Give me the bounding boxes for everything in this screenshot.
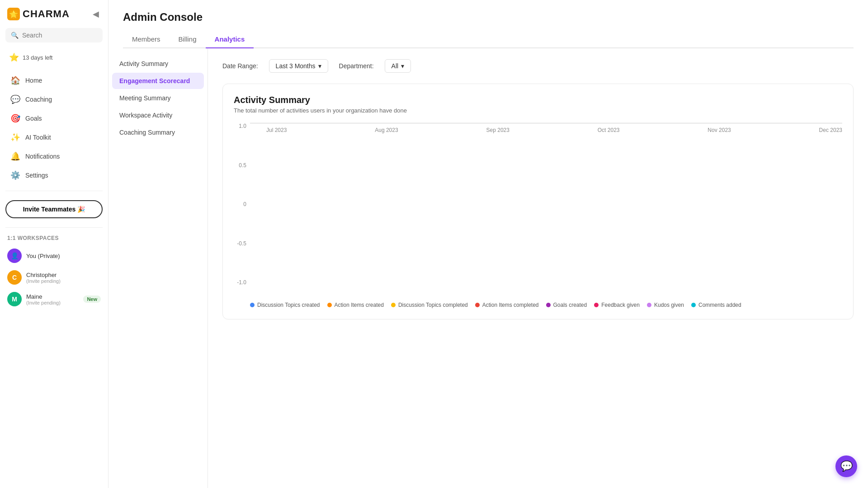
trial-badge: ⭐ 13 days left (5, 50, 103, 65)
nav-section: 🏠 Home 💬 Coaching 🎯 Goals ✨ AI Toolkit 🔔… (0, 69, 108, 187)
legend-label-kudos: Kudos given (654, 302, 684, 308)
avatar-private: 👤 (7, 249, 22, 263)
analytics-panel: Date Range: Last 3 Months ▾ Department: … (208, 48, 868, 488)
legend-label-discussion-created: Discussion Topics created (257, 302, 320, 308)
x-label-dec: Dec 2023 (819, 127, 842, 133)
search-input[interactable] (22, 32, 97, 39)
legend-dot-action-completed (475, 303, 480, 307)
y-label-4: -0.5 (234, 240, 246, 247)
sidebar-item-label: AI Toolkit (25, 134, 51, 141)
department-label: Department: (339, 62, 374, 70)
workspace-name-private: You (Private) (26, 253, 60, 259)
legend-label-action-completed: Action Items completed (482, 302, 539, 308)
content-area: Activity Summary Engagement Scorecard Me… (108, 48, 868, 488)
workspace-christopher[interactable]: C Christopher (Invite pending) (0, 267, 108, 288)
date-range-value: Last 3 Months (276, 62, 316, 70)
sidebar-item-ai-toolkit[interactable]: ✨ AI Toolkit (4, 128, 104, 146)
legend-dot-comments (691, 303, 696, 307)
sub-nav-workspace-activity[interactable]: Workspace Activity (112, 107, 204, 123)
legend-label-action-created: Action Items created (335, 302, 384, 308)
chat-widget-button[interactable]: 💬 (835, 455, 857, 477)
sidebar-logo-area: 🌟 CHARMA ◀ (0, 0, 108, 24)
y-label-5: -1.0 (234, 279, 246, 286)
sub-nav-activity-summary[interactable]: Activity Summary (112, 56, 204, 72)
tabs: Members Billing Analytics (123, 31, 854, 48)
sidebar-item-coaching[interactable]: 💬 Coaching (4, 90, 104, 108)
sidebar-item-goals[interactable]: 🎯 Goals (4, 109, 104, 127)
tab-billing[interactable]: Billing (170, 31, 206, 48)
workspace-private[interactable]: 👤 You (Private) (0, 245, 108, 267)
sub-nav: Activity Summary Engagement Scorecard Me… (108, 48, 208, 488)
legend-dot-feedback (594, 303, 599, 307)
home-icon: 🏠 (11, 76, 20, 85)
workspaces-label: 1:1 Workspaces (0, 231, 108, 245)
date-range-chevron-icon: ▾ (318, 62, 321, 70)
sidebar-item-label: Settings (25, 172, 48, 179)
logo-text: CHARMA (23, 8, 70, 20)
workspace-sub-maine: (Invite pending) (26, 300, 61, 305)
page-title: Admin Console (123, 11, 854, 23)
legend-dot-kudos (647, 303, 651, 307)
legend-feedback-given: Feedback given (594, 302, 640, 308)
x-label-jul: Jul 2023 (266, 127, 287, 133)
legend-dot-action-created (327, 303, 332, 307)
chart-section: Activity Summary The total number of act… (222, 84, 854, 319)
department-chevron-icon: ▾ (401, 62, 404, 70)
legend-label-discussion-completed: Discussion Topics completed (398, 302, 468, 308)
date-range-select[interactable]: Last 3 Months ▾ (269, 59, 328, 73)
workspace-maine[interactable]: M Maine (Invite pending) New (0, 288, 108, 310)
tab-members[interactable]: Members (123, 31, 170, 48)
tab-analytics[interactable]: Analytics (206, 31, 254, 48)
avatar-christopher: C (7, 270, 22, 285)
sidebar-item-label: Home (25, 77, 42, 84)
legend-label-feedback: Feedback given (601, 302, 640, 308)
sidebar-divider-2 (5, 227, 103, 228)
trial-label: 13 days left (23, 54, 53, 61)
y-label-1: 1.0 (234, 123, 246, 129)
collapse-sidebar-button[interactable]: ◀ (91, 7, 101, 21)
legend-action-items-created: Action Items created (327, 302, 384, 308)
coaching-icon: 💬 (11, 95, 20, 104)
workspace-name-christopher: Christopher (26, 272, 61, 278)
chat-icon: 💬 (840, 460, 853, 472)
legend-dot-discussion-created (250, 303, 255, 307)
sidebar-item-home[interactable]: 🏠 Home (4, 71, 104, 89)
legend-label-goals-created: Goals created (553, 302, 587, 308)
goals-icon: 🎯 (11, 114, 20, 123)
x-labels: Jul 2023 Aug 2023 Sep 2023 Oct 2023 Nov … (250, 123, 842, 133)
sidebar-item-label: Goals (25, 115, 42, 122)
avatar-maine: M (7, 292, 22, 306)
department-value: All (392, 62, 399, 70)
chart-plot (250, 123, 842, 123)
x-label-sep: Sep 2023 (486, 127, 509, 133)
legend-dot-discussion-completed (391, 303, 396, 307)
department-select[interactable]: All ▾ (385, 59, 411, 73)
trial-icon: ⭐ (9, 52, 19, 62)
sub-nav-meeting-summary[interactable]: Meeting Summary (112, 90, 204, 106)
settings-icon: ⚙️ (11, 171, 20, 180)
legend-discussion-topics-completed: Discussion Topics completed (391, 302, 468, 308)
sidebar-divider (5, 191, 103, 191)
legend-comments-added: Comments added (691, 302, 741, 308)
logo: 🌟 CHARMA (7, 8, 70, 20)
search-box[interactable]: 🔍 (5, 28, 103, 42)
y-label-3: 0 (234, 201, 246, 207)
grid-line-bottom (250, 123, 842, 123)
workspace-sub-christopher: (Invite pending) (26, 278, 61, 284)
chart-legend: Discussion Topics created Action Items c… (234, 302, 842, 308)
new-badge-maine: New (83, 296, 101, 303)
invite-teammates-button[interactable]: Invite Teammates 🎉 (5, 200, 103, 218)
sub-nav-engagement-scorecard[interactable]: Engagement Scorecard (112, 73, 204, 89)
x-label-nov: Nov 2023 (708, 127, 731, 133)
sidebar-item-settings[interactable]: ⚙️ Settings (4, 166, 104, 184)
chart-subtitle: The total number of activities users in … (234, 107, 842, 114)
sidebar: 🌟 CHARMA ◀ 🔍 ⭐ 13 days left 🏠 Home 💬 Coa… (0, 0, 108, 488)
sub-nav-coaching-summary[interactable]: Coaching Summary (112, 124, 204, 141)
y-label-2: 0.5 (234, 162, 246, 169)
sidebar-item-label: Notifications (25, 153, 60, 160)
workspace-name-maine: Maine (26, 293, 61, 300)
x-label-oct: Oct 2023 (598, 127, 620, 133)
sidebar-item-notifications[interactable]: 🔔 Notifications (4, 147, 104, 165)
legend-action-items-completed: Action Items completed (475, 302, 539, 308)
chart-container: 1.0 0.5 0 -0.5 -1.0 (234, 123, 842, 295)
